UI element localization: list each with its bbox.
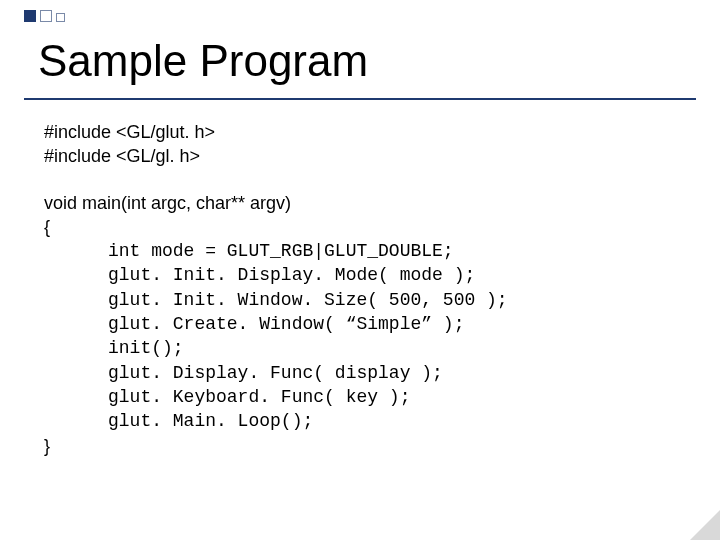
title-underline [24,98,696,100]
code-line: glut. Init. Window. Size( 500, 500 ); [108,288,676,312]
code-line: int mode = GLUT_RGB|GLUT_DOUBLE; [108,239,676,263]
main-signature: void main(int argc, char** argv) [44,191,676,215]
slide: Sample Program #include <GL/glut. h> #in… [0,0,720,540]
open-brace: { [44,215,676,239]
slide-title: Sample Program [38,36,368,86]
decor-square-filled [24,10,36,22]
include-block: #include <GL/glut. h> #include <GL/gl. h… [44,120,676,169]
decor-square-hollow [40,10,52,22]
code-line: glut. Display. Func( display ); [108,361,676,385]
code-line: glut. Init. Display. Mode( mode ); [108,263,676,287]
decor-squares [24,10,65,22]
code-line: glut. Keyboard. Func( key ); [108,385,676,409]
decor-square-hollow-small [56,13,65,22]
page-corner-fold [690,510,720,540]
code-line: glut. Main. Loop(); [108,409,676,433]
close-brace: } [44,434,676,458]
code-line: glut. Create. Window( “Simple” ); [108,312,676,336]
code-line: init(); [108,336,676,360]
include-line: #include <GL/glut. h> [44,120,676,144]
include-line: #include <GL/gl. h> [44,144,676,168]
slide-body: #include <GL/glut. h> #include <GL/gl. h… [44,120,676,458]
